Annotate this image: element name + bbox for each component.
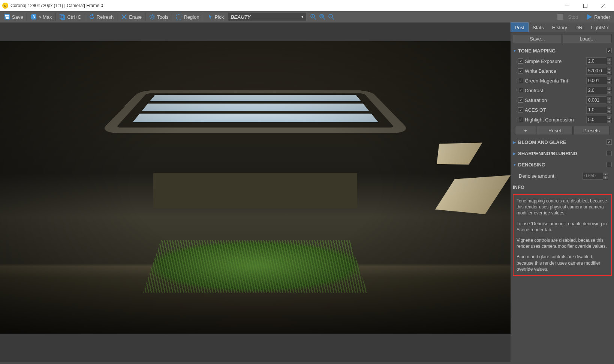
spin-up-icon[interactable]: ▲ [603, 172, 608, 176]
triangle-right-icon: ▶ [513, 140, 517, 144]
param-spinner[interactable]: ▲▼ [586, 116, 612, 123]
param-spinner[interactable]: ▲▼ [586, 67, 612, 75]
render-viewport[interactable] [0, 22, 511, 362]
render-label: Render [594, 14, 610, 20]
spin-up-icon[interactable]: ▲ [607, 96, 612, 100]
panel-load-button[interactable]: Load... [563, 34, 612, 43]
spin-up-icon[interactable]: ▲ [607, 116, 612, 120]
sharpening-checkbox[interactable] [607, 151, 612, 156]
tab-history[interactable]: History [548, 22, 571, 32]
zoom-in-icon [310, 13, 317, 20]
zoom-in-button[interactable] [309, 12, 317, 22]
spin-down-icon[interactable]: ▼ [607, 90, 612, 94]
tab-dr[interactable]: DR [571, 22, 587, 32]
param-spinner[interactable]: ▲▼ [586, 87, 612, 94]
param-spinner[interactable]: ▲▼ [586, 77, 612, 84]
param-input[interactable] [586, 87, 607, 94]
reset-button[interactable]: Reset [537, 126, 573, 135]
tone-param-row: ⋮⋮✓Saturation▲▼ [513, 95, 612, 105]
refresh-button[interactable]: Refresh [86, 12, 116, 22]
zoom-out-button[interactable] [327, 12, 335, 22]
drag-grip-icon[interactable]: ⋮⋮ [514, 88, 517, 93]
section-title: TONE MAPPING [518, 48, 556, 54]
spin-down-icon[interactable]: ▼ [607, 120, 612, 123]
spin-up-icon[interactable]: ▲ [607, 67, 612, 71]
render-button[interactable]: Render [584, 12, 613, 22]
close-button[interactable] [595, 0, 612, 11]
drag-grip-icon[interactable]: ⋮⋮ [514, 69, 517, 73]
param-input[interactable] [586, 77, 607, 84]
drag-grip-icon[interactable]: ⋮⋮ [514, 79, 517, 83]
pick-button[interactable]: Pick [204, 12, 226, 22]
spin-up-icon[interactable]: ▲ [607, 57, 612, 61]
spin-down-icon[interactable]: ▼ [607, 110, 612, 114]
sidebar: Post Stats History DR LightMix Save... L… [511, 22, 614, 362]
render-pass-dropdown[interactable]: BEAUTY ▼ [228, 13, 307, 21]
svg-point-13 [151, 16, 153, 18]
svg-line-19 [154, 18, 154, 19]
render-image [0, 41, 511, 334]
to-max-button[interactable]: 3 > Max [28, 12, 54, 22]
denoise-amount-spinner[interactable]: ▲▼ [583, 172, 608, 180]
tools-button[interactable]: Tools [147, 12, 171, 22]
param-checkbox[interactable]: ✓ [518, 68, 523, 73]
denoise-amount-input[interactable] [583, 172, 603, 180]
svg-line-18 [150, 15, 151, 16]
stop-button[interactable]: Stop [566, 12, 581, 22]
svg-rect-5 [5, 15, 9, 16]
zoom-fit-button[interactable] [318, 12, 326, 22]
tone-mapping-checkbox[interactable]: ✓ [607, 48, 612, 53]
spin-down-icon[interactable]: ▼ [607, 71, 612, 75]
section-denoising[interactable]: ▼ DENOISING [513, 159, 612, 170]
panel-save-button[interactable]: Save... [513, 34, 562, 43]
drag-grip-icon[interactable]: ⋮⋮ [514, 98, 517, 102]
spin-up-icon[interactable]: ▲ [607, 77, 612, 81]
tab-lightmix[interactable]: LightMix [587, 22, 613, 32]
copy-button[interactable]: Ctrl+C [57, 12, 83, 22]
gear-icon [149, 13, 156, 20]
tone-param-row: ⋮⋮✓Contrast▲▼ [513, 85, 612, 95]
main-toolbar: Save 3 > Max Ctrl+C Refresh Erase Tools … [0, 11, 614, 22]
param-checkbox[interactable]: ✓ [518, 78, 523, 83]
spin-down-icon[interactable]: ▼ [607, 100, 612, 104]
refresh-label: Refresh [97, 14, 114, 20]
param-input[interactable] [586, 57, 607, 65]
minimize-button[interactable] [559, 0, 576, 11]
denoising-checkbox[interactable] [607, 162, 612, 167]
param-input[interactable] [586, 67, 607, 75]
param-input[interactable] [586, 116, 607, 123]
stop-label: Stop [568, 14, 578, 20]
region-button[interactable]: Region [173, 12, 201, 22]
param-spinner[interactable]: ▲▼ [586, 57, 612, 65]
presets-button[interactable]: Presets [574, 126, 610, 135]
stop-indicator [557, 13, 564, 20]
section-bloom-glare[interactable]: ▶ BLOOM AND GLARE ✓ [513, 136, 612, 148]
drag-grip-icon[interactable]: ⋮⋮ [514, 59, 517, 63]
spin-down-icon[interactable]: ▼ [607, 61, 612, 65]
pick-label: Pick [215, 14, 224, 20]
param-checkbox[interactable]: ✓ [518, 117, 523, 122]
save-button[interactable]: Save [1, 12, 25, 22]
spin-down-icon[interactable]: ▼ [603, 176, 608, 180]
spin-down-icon[interactable]: ▼ [607, 81, 612, 84]
maximize-button[interactable] [577, 0, 594, 11]
param-spinner[interactable]: ▲▼ [586, 106, 612, 114]
spin-up-icon[interactable]: ▲ [607, 87, 612, 90]
tab-post[interactable]: Post [511, 22, 529, 32]
erase-button[interactable]: Erase [118, 12, 144, 22]
drag-grip-icon[interactable]: ⋮⋮ [514, 118, 517, 122]
spin-up-icon[interactable]: ▲ [607, 106, 612, 110]
param-checkbox[interactable]: ✓ [518, 88, 523, 93]
drag-grip-icon[interactable]: ⋮⋮ [514, 108, 517, 112]
tab-stats[interactable]: Stats [529, 22, 548, 32]
param-checkbox[interactable]: ✓ [518, 58, 523, 64]
param-spinner[interactable]: ▲▼ [586, 96, 612, 104]
bloom-checkbox[interactable]: ✓ [607, 139, 612, 145]
param-input[interactable] [586, 106, 607, 114]
section-sharpening[interactable]: ▶ SHARPENING/BLURRING [513, 148, 612, 159]
section-tone-mapping[interactable]: ▼ TONE MAPPING ✓ [513, 45, 612, 56]
param-checkbox[interactable]: ✓ [518, 107, 523, 112]
add-operator-button[interactable]: + [515, 126, 536, 135]
param-checkbox[interactable]: ✓ [518, 97, 523, 103]
param-input[interactable] [586, 96, 607, 104]
